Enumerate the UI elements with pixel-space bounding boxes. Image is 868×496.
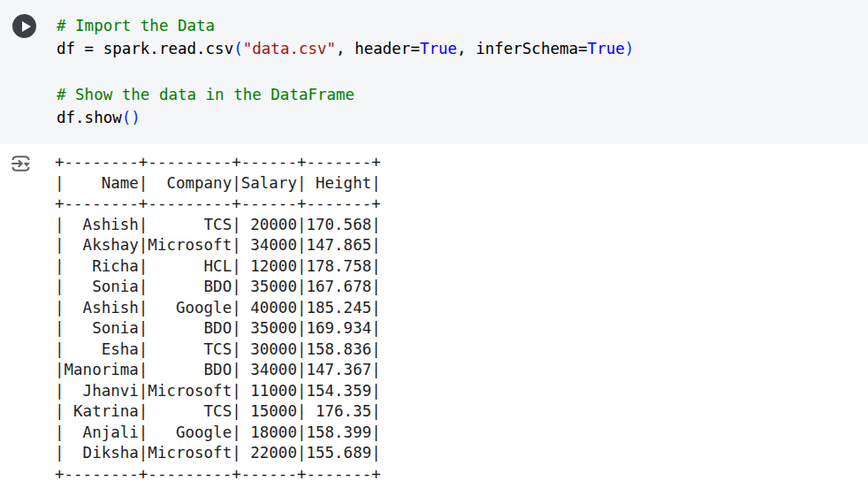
code-editor[interactable]: # Import the Datadf = spark.read.csv("da… xyxy=(57,14,634,129)
play-icon xyxy=(22,21,31,32)
code-line: # Show the data in the DataFrame xyxy=(57,83,634,106)
output-text: +--------+---------+------+-------+ | Na… xyxy=(55,152,381,485)
notebook: # Import the Datadf = spark.read.csv("da… xyxy=(0,0,868,496)
code-line: df = spark.read.csv("data.csv", header=T… xyxy=(57,37,634,60)
output-options-button[interactable] xyxy=(9,150,35,177)
run-cell-button[interactable] xyxy=(12,14,36,38)
cell-output-area: +--------+---------+------+-------+ | Na… xyxy=(0,144,868,496)
code-line xyxy=(57,60,634,83)
output-presentation-icon xyxy=(9,152,33,176)
code-line: df.show() xyxy=(57,106,634,129)
code-line: # Import the Data xyxy=(57,14,634,37)
code-cell[interactable]: # Import the Datadf = spark.read.csv("da… xyxy=(0,0,868,144)
